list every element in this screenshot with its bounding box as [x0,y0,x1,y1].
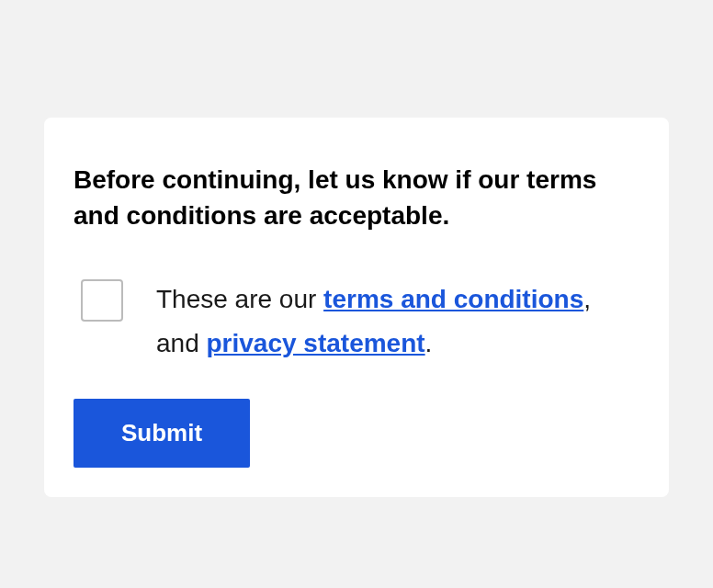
privacy-link[interactable]: privacy statement [207,329,425,357]
consent-text-post: . [425,329,433,357]
consent-text-pre: These are our [156,285,323,313]
submit-button[interactable]: Submit [74,399,250,468]
consent-label: These are our terms and conditions, and … [156,277,595,365]
consent-card: Before continuing, let us know if our te… [44,118,669,497]
form-legend: Before continuing, let us know if our te… [74,162,639,233]
terms-link[interactable]: terms and conditions [323,285,583,313]
consent-field: These are our terms and conditions, and … [81,277,595,365]
consent-checkbox[interactable] [81,279,123,322]
